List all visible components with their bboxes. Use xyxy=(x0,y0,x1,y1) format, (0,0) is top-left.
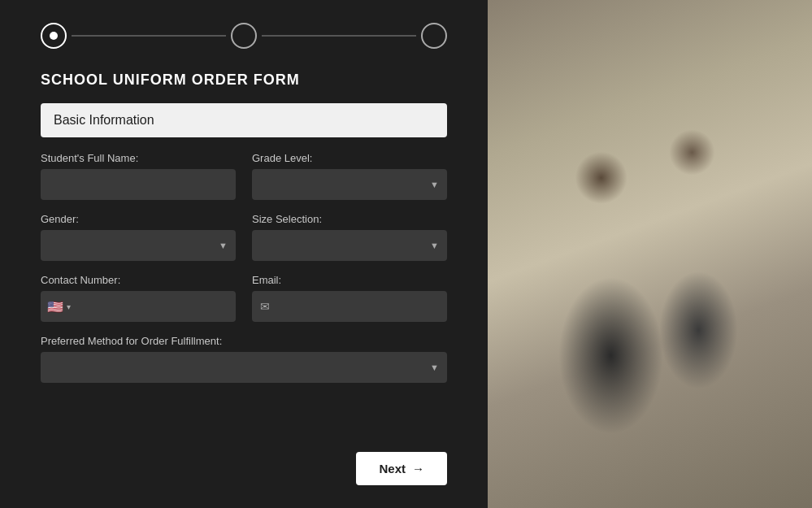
row-name-grade: Student's Full Name: Grade Level: Grade … xyxy=(41,152,447,200)
section-header: Basic Information xyxy=(41,103,447,137)
step-1[interactable] xyxy=(41,23,67,49)
phone-flag-icon: 🇺🇸 xyxy=(47,299,63,315)
email-icon: ✉ xyxy=(260,300,270,313)
group-fulfillment: Preferred Method for Order Fulfillment: … xyxy=(41,335,447,383)
grade-level-label: Grade Level: xyxy=(252,152,447,164)
group-contact: Contact Number: 🇺🇸 ▾ xyxy=(41,274,236,322)
group-grade-level: Grade Level: Grade 1 Grade 2 Grade 3 Gra… xyxy=(252,152,447,200)
phone-wrapper: 🇺🇸 ▾ xyxy=(41,291,236,322)
email-input[interactable] xyxy=(252,291,447,322)
step-line-2 xyxy=(262,35,416,37)
gender-select-wrapper: Male Female Other ▼ xyxy=(41,230,236,261)
size-select[interactable]: XS S M L XL XXL xyxy=(252,230,447,261)
gender-label: Gender: xyxy=(41,213,236,225)
student-name-input[interactable] xyxy=(41,169,236,200)
group-student-name: Student's Full Name: xyxy=(41,152,236,200)
group-email: Email: ✉ xyxy=(252,274,447,322)
row-gender-size: Gender: Male Female Other ▼ Size Selecti… xyxy=(41,213,447,261)
phone-chevron-icon[interactable]: ▾ xyxy=(67,302,71,311)
fulfillment-select[interactable]: Pick Up Delivery Mail xyxy=(41,352,447,383)
student-illustration xyxy=(488,0,812,508)
form-title: SCHOOL UNIFORM ORDER FORM xyxy=(41,72,447,89)
gender-select[interactable]: Male Female Other xyxy=(41,230,236,261)
grade-select-wrapper: Grade 1 Grade 2 Grade 3 Grade 4 Grade 5 … xyxy=(252,169,447,200)
student-name-label: Student's Full Name: xyxy=(41,152,236,164)
hero-image xyxy=(488,0,812,508)
group-size: Size Selection: XS S M L XL XXL ▼ xyxy=(252,213,447,261)
group-gender: Gender: Male Female Other ▼ xyxy=(41,213,236,261)
size-select-wrapper: XS S M L XL XXL ▼ xyxy=(252,230,447,261)
step-line-1 xyxy=(72,35,226,37)
right-panel xyxy=(488,0,812,508)
email-label: Email: xyxy=(252,274,447,286)
next-arrow-icon: → xyxy=(412,462,424,475)
step-2[interactable] xyxy=(231,23,257,49)
grade-select[interactable]: Grade 1 Grade 2 Grade 3 Grade 4 Grade 5 … xyxy=(252,169,447,200)
size-label: Size Selection: xyxy=(252,213,447,225)
next-button[interactable]: Next → xyxy=(356,452,447,485)
next-label: Next xyxy=(379,462,406,475)
stepper xyxy=(41,23,447,49)
fulfillment-select-wrapper: Pick Up Delivery Mail ▼ xyxy=(41,352,447,383)
step-3[interactable] xyxy=(421,23,447,49)
left-panel: SCHOOL UNIFORM ORDER FORM Basic Informat… xyxy=(0,0,488,508)
row-contact-email: Contact Number: 🇺🇸 ▾ Email: ✉ xyxy=(41,274,447,322)
contact-label: Contact Number: xyxy=(41,274,236,286)
email-wrapper: ✉ xyxy=(252,291,447,322)
phone-input[interactable] xyxy=(74,291,229,322)
fulfillment-label: Preferred Method for Order Fulfillment: xyxy=(41,335,447,347)
